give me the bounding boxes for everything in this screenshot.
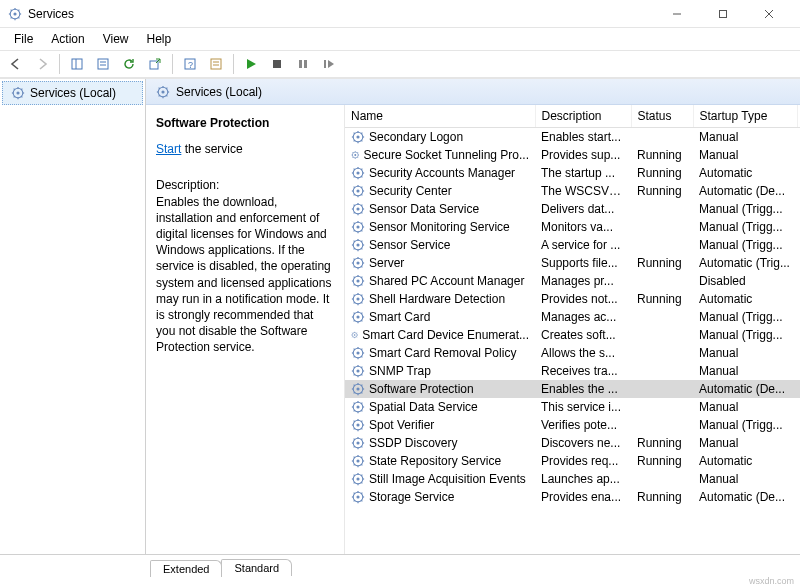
service-name: Spatial Data Service	[369, 400, 478, 414]
tree-root-node[interactable]: Services (Local)	[2, 81, 143, 105]
service-row[interactable]: SNMP TrapReceives tra...ManualLoc	[345, 362, 800, 380]
service-row[interactable]: Shell Hardware DetectionProvides not...R…	[345, 290, 800, 308]
service-row[interactable]: State Repository ServiceProvides req...R…	[345, 452, 800, 470]
stop-service-button[interactable]	[265, 53, 289, 75]
service-row[interactable]: Sensor Data ServiceDelivers dat...Manual…	[345, 200, 800, 218]
properties-button[interactable]	[91, 53, 115, 75]
service-row[interactable]: Spatial Data ServiceThis service i...Man…	[345, 398, 800, 416]
back-button[interactable]	[4, 53, 28, 75]
service-startup: Manual (Trigg...	[693, 218, 797, 236]
service-status: Running	[631, 182, 693, 200]
col-startup[interactable]: Startup Type	[693, 105, 797, 128]
service-status: Running	[631, 146, 693, 164]
service-row[interactable]: Shared PC Account ManagerManages pr...Di…	[345, 272, 800, 290]
service-icon	[351, 382, 365, 396]
service-name: Security Accounts Manager	[369, 166, 515, 180]
service-desc: Creates soft...	[535, 326, 631, 344]
service-status	[631, 272, 693, 290]
service-row[interactable]: Security CenterThe WSCSVC...RunningAutom…	[345, 182, 800, 200]
service-icon	[351, 202, 365, 216]
service-startup: Manual	[693, 146, 797, 164]
maximize-button[interactable]	[700, 0, 746, 28]
col-name[interactable]: Name	[345, 105, 535, 128]
service-icon	[351, 400, 365, 414]
service-desc: Monitors va...	[535, 218, 631, 236]
service-status	[631, 308, 693, 326]
service-row[interactable]: Smart Card Device Enumerat...Creates sof…	[345, 326, 800, 344]
svg-rect-14	[72, 59, 82, 69]
col-status[interactable]: Status	[631, 105, 693, 128]
service-status	[631, 128, 693, 147]
menu-view[interactable]: View	[95, 30, 137, 48]
refresh-button[interactable]	[117, 53, 141, 75]
pause-service-button[interactable]	[291, 53, 315, 75]
services-icon	[156, 85, 170, 99]
service-row[interactable]: Smart CardManages ac...Manual (Trigg...L…	[345, 308, 800, 326]
service-startup: Manual (Trigg...	[693, 200, 797, 218]
service-icon	[351, 220, 365, 234]
view-tabs: Extended Standard	[0, 554, 800, 576]
service-row[interactable]: Spot VerifierVerifies pote...Manual (Tri…	[345, 416, 800, 434]
service-name: Security Center	[369, 184, 452, 198]
service-row[interactable]: Smart Card Removal PolicyAllows the s...…	[345, 344, 800, 362]
svg-rect-28	[304, 60, 307, 68]
tab-standard[interactable]: Standard	[221, 559, 292, 576]
service-icon	[351, 364, 365, 378]
help-button[interactable]: ?	[178, 53, 202, 75]
tab-extended[interactable]: Extended	[150, 560, 222, 577]
col-description[interactable]: Description	[535, 105, 631, 128]
service-startup: Manual	[693, 362, 797, 380]
service-icon	[351, 148, 360, 162]
service-status: Running	[631, 290, 693, 308]
app-icon	[8, 7, 22, 21]
service-row[interactable]: Secondary LogonEnables start...ManualLoc	[345, 128, 800, 147]
service-desc: Receives tra...	[535, 362, 631, 380]
start-link[interactable]: Start	[156, 142, 181, 156]
forward-button[interactable]	[30, 53, 54, 75]
service-icon	[351, 256, 365, 270]
service-name: Smart Card Device Enumerat...	[362, 328, 529, 342]
service-startup: Manual	[693, 434, 797, 452]
tree-pane: Services (Local)	[0, 79, 146, 554]
service-desc: Enables the ...	[535, 380, 631, 398]
menu-action[interactable]: Action	[43, 30, 92, 48]
service-startup: Automatic (De...	[693, 488, 797, 506]
service-name: Sensor Data Service	[369, 202, 479, 216]
svg-rect-29	[324, 60, 326, 68]
svg-rect-26	[273, 60, 281, 68]
service-row[interactable]: Sensor ServiceA service for ...Manual (T…	[345, 236, 800, 254]
menu-file[interactable]: File	[6, 30, 41, 48]
service-name: Sensor Service	[369, 238, 450, 252]
service-row[interactable]: ServerSupports file...RunningAutomatic (…	[345, 254, 800, 272]
service-name: Server	[369, 256, 404, 270]
service-startup: Automatic (De...	[693, 182, 797, 200]
service-status	[631, 344, 693, 362]
show-hide-button[interactable]	[65, 53, 89, 75]
service-row[interactable]: Sensor Monitoring ServiceMonitors va...M…	[345, 218, 800, 236]
svg-rect-27	[299, 60, 302, 68]
service-icon	[351, 418, 365, 432]
service-name: Storage Service	[369, 490, 454, 504]
service-icon	[351, 454, 365, 468]
service-row[interactable]: Security Accounts ManagerThe startup ...…	[345, 164, 800, 182]
restart-service-button[interactable]	[317, 53, 341, 75]
service-startup: Manual (Trigg...	[693, 326, 797, 344]
service-row[interactable]: SSDP DiscoveryDiscovers ne...RunningManu…	[345, 434, 800, 452]
service-icon	[351, 328, 358, 342]
service-list[interactable]: Name Description Status Startup Type Log…	[344, 105, 800, 554]
service-row[interactable]: Storage ServiceProvides ena...RunningAut…	[345, 488, 800, 506]
service-row[interactable]: Secure Socket Tunneling Pro...Provides s…	[345, 146, 800, 164]
export-button[interactable]	[143, 53, 167, 75]
minimize-button[interactable]	[654, 0, 700, 28]
service-row[interactable]: Still Image Acquisition EventsLaunches a…	[345, 470, 800, 488]
start-service-button[interactable]	[239, 53, 263, 75]
service-row[interactable]: Software ProtectionEnables the ...Automa…	[345, 380, 800, 398]
service-desc: Launches ap...	[535, 470, 631, 488]
properties2-button[interactable]	[204, 53, 228, 75]
service-status: Running	[631, 434, 693, 452]
service-startup: Automatic	[693, 164, 797, 182]
close-button[interactable]	[746, 0, 792, 28]
menu-help[interactable]: Help	[139, 30, 180, 48]
tree-root-label: Services (Local)	[30, 86, 116, 100]
service-name: Smart Card Removal Policy	[369, 346, 516, 360]
